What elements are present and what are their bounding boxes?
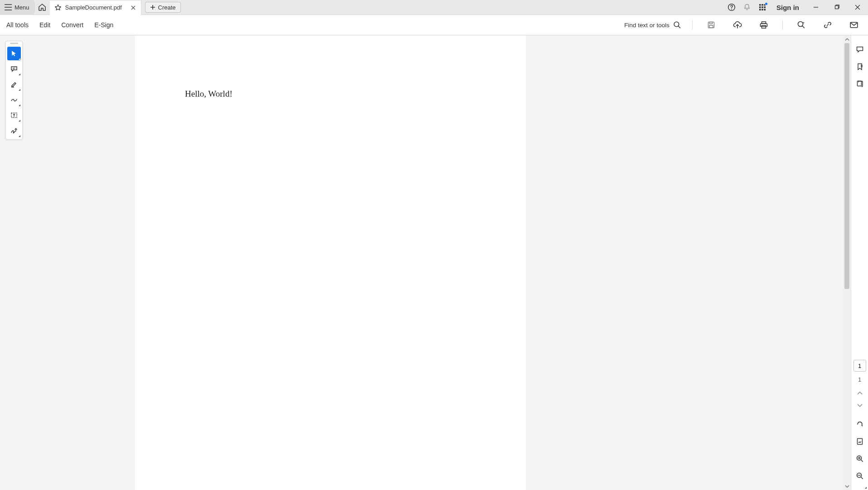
thumbnails-panel-button[interactable] — [852, 76, 868, 92]
window-restore-button[interactable] — [826, 0, 847, 15]
window-close-button[interactable] — [847, 0, 868, 15]
document-viewport[interactable]: Hello, World! — [135, 35, 526, 490]
hamburger-icon — [5, 4, 12, 10]
save-icon — [707, 21, 715, 29]
share-link-button[interactable] — [820, 17, 835, 33]
bookmarks-panel-button[interactable] — [852, 59, 868, 74]
menu-label: Menu — [15, 4, 29, 11]
prev-page-button[interactable] — [852, 387, 868, 399]
fill-sign-tool[interactable] — [7, 124, 21, 137]
bookmark-icon — [856, 63, 864, 71]
svg-rect-21 — [857, 81, 861, 86]
share-email-button[interactable] — [846, 17, 862, 33]
window-minimize-button[interactable] — [805, 0, 826, 15]
rotate-button[interactable] — [852, 416, 868, 432]
restore-icon — [834, 5, 839, 10]
signin-button[interactable]: Sign in — [770, 4, 805, 11]
save-button[interactable] — [703, 17, 719, 33]
find-label: Find text or tools — [624, 22, 669, 29]
scroll-track[interactable] — [843, 43, 851, 482]
scroll-up-button[interactable] — [843, 35, 851, 43]
document-page[interactable]: Hello, World! — [135, 35, 526, 490]
expand-marker — [19, 120, 20, 122]
draw-tool[interactable] — [7, 93, 21, 107]
chevron-up-icon — [845, 38, 849, 41]
apps-button[interactable] — [755, 0, 770, 15]
toolbar-item-convert[interactable]: Convert — [61, 21, 83, 29]
find-button[interactable]: Find text or tools — [624, 21, 681, 29]
comments-icon — [856, 45, 864, 54]
close-tab-button[interactable] — [129, 4, 137, 12]
right-panel-rail: 1 — [851, 35, 868, 490]
tab-title: SampleDocument.pdf — [65, 4, 122, 11]
home-icon — [38, 3, 46, 11]
titlebar: Menu SampleDocument.pdf Create — [0, 0, 868, 15]
pages-icon — [856, 80, 864, 88]
link-icon — [824, 21, 832, 29]
help-button[interactable] — [724, 0, 739, 15]
comment-icon — [10, 65, 18, 73]
scroll-thumb[interactable] — [844, 43, 849, 289]
help-icon — [727, 3, 736, 11]
svg-rect-15 — [709, 25, 713, 28]
scroll-down-button[interactable] — [843, 482, 851, 490]
svg-rect-8 — [759, 9, 761, 11]
toolbar-item-esign[interactable]: E-Sign — [94, 21, 113, 29]
page-fit-icon — [856, 437, 864, 446]
chevron-down-icon — [845, 485, 849, 488]
document-text: Hello, World! — [185, 89, 476, 99]
svg-rect-7 — [764, 6, 766, 8]
print-button[interactable] — [756, 17, 771, 33]
expand-marker — [19, 74, 20, 75]
textbox-icon — [10, 112, 18, 119]
chevron-down-icon — [857, 403, 863, 407]
comments-panel-button[interactable] — [852, 42, 868, 57]
sign-icon — [10, 127, 18, 134]
separator — [782, 20, 783, 29]
svg-rect-9 — [761, 9, 763, 11]
search-icon — [673, 21, 681, 29]
svg-rect-14 — [710, 22, 713, 24]
expand-marker — [19, 135, 20, 137]
page-display-button[interactable] — [852, 434, 868, 449]
highlight-tool[interactable] — [7, 78, 21, 91]
sparkle-search-icon — [797, 20, 806, 29]
notifications-button[interactable] — [739, 0, 755, 15]
highlighter-icon — [10, 81, 18, 88]
select-tool[interactable] — [7, 47, 21, 60]
close-icon — [855, 5, 860, 10]
page-number-input[interactable] — [853, 360, 866, 372]
toolbar-item-all-tools[interactable]: All tools — [6, 21, 29, 29]
zoom-out-button[interactable] — [852, 468, 868, 484]
plus-icon — [150, 5, 155, 10]
expand-marker — [865, 487, 867, 489]
create-button[interactable]: Create — [145, 2, 181, 13]
chevron-up-icon — [857, 392, 863, 395]
svg-rect-11 — [835, 6, 839, 9]
menu-button[interactable]: Menu — [0, 0, 34, 15]
next-page-button[interactable] — [852, 399, 868, 411]
toolbar-item-edit[interactable]: Edit — [39, 21, 50, 29]
close-icon — [131, 5, 136, 10]
zoom-out-icon — [856, 472, 864, 480]
upload-button[interactable] — [730, 17, 745, 33]
expand-marker — [19, 89, 20, 91]
toolbar: All tools Edit Convert E-Sign Find text … — [0, 15, 868, 35]
palette-grip[interactable] — [6, 41, 22, 45]
zoom-in-icon — [856, 455, 864, 463]
star-icon[interactable] — [54, 4, 62, 11]
document-tab[interactable]: SampleDocument.pdf — [50, 0, 141, 15]
home-button[interactable] — [34, 0, 50, 15]
comment-tool[interactable] — [7, 62, 21, 76]
zoom-in-button[interactable] — [852, 451, 868, 466]
vertical-scrollbar[interactable] — [843, 35, 851, 490]
svg-rect-6 — [761, 6, 763, 8]
ai-assistant-button[interactable] — [794, 17, 809, 33]
envelope-icon — [850, 21, 858, 29]
svg-rect-22 — [857, 439, 862, 445]
separator — [692, 20, 693, 29]
freehand-icon — [10, 96, 18, 103]
text-box-tool[interactable] — [7, 108, 21, 122]
create-label: Create — [158, 4, 176, 11]
page-total-label: 1 — [858, 376, 861, 383]
